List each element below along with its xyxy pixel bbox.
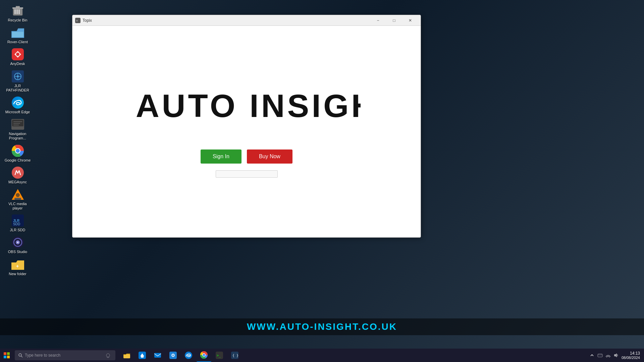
svg-rect-25 [14, 198, 21, 200]
rover-client-label: Rover-Client [7, 40, 28, 44]
obs-studio-label: OBS Studio [8, 250, 27, 254]
window-title-area: T Topix [75, 18, 92, 23]
svg-rect-40 [4, 356, 6, 358]
window-controls: − □ ✕ [370, 16, 418, 25]
desktop-icon-megasync[interactable]: MEGAsync [3, 165, 33, 186]
window-titlebar: T Topix − □ ✕ [72, 15, 421, 26]
svg-rect-63 [601, 355, 602, 355]
taskbar: >_ { } 14:13 08 [0, 349, 644, 362]
clock-time: 14:13 [622, 351, 640, 356]
topix-window: T Topix − □ ✕ AUTO INSIGHT Sign In Buy N… [72, 15, 421, 238]
svg-text:>_: >_ [217, 354, 221, 358]
taskbar-app-edge[interactable] [181, 349, 196, 362]
svg-rect-60 [598, 354, 602, 357]
svg-point-51 [172, 355, 174, 356]
app-input-bar[interactable] [216, 170, 278, 178]
keyboard-icon [597, 353, 603, 358]
taskbar-right: 14:13 08/08/2024 [585, 351, 644, 360]
vlc-label: VLC media player [4, 202, 32, 210]
svg-point-33 [17, 242, 18, 243]
website-banner: WWW.AUTO-INSIGHT.CO.UK [0, 318, 644, 335]
svg-rect-2 [16, 9, 18, 14]
desktop-icon-jlr-pathfinder[interactable]: JLR PATHFINDER [3, 68, 33, 94]
window-title-text: Topix [83, 18, 92, 23]
svg-rect-38 [4, 352, 6, 355]
svg-text:T: T [76, 19, 78, 22]
app-buttons: Sign In Buy Now [201, 149, 292, 164]
svg-rect-1 [14, 9, 16, 14]
google-chrome-label: Google Chrome [5, 158, 31, 163]
desktop-icons: Recycle Bin Rover-Client AnyDesk [0, 0, 35, 349]
desktop: Recycle Bin Rover-Client AnyDesk [0, 0, 644, 349]
desktop-icon-vlc[interactable]: VLC media player [3, 186, 33, 212]
taskbar-app-chrome[interactable] [197, 349, 211, 362]
app-logo: AUTO INSIGHT [132, 85, 361, 129]
svg-rect-48 [154, 353, 161, 358]
desktop-icon-jlr-sdd[interactable]: JLR SDD JLR SDD [3, 213, 33, 234]
svg-rect-62 [600, 355, 600, 355]
svg-line-43 [21, 356, 22, 357]
buynow-button[interactable]: Buy Now [247, 149, 292, 164]
minimize-button[interactable]: − [370, 16, 386, 25]
svg-marker-64 [614, 353, 617, 357]
navigation-program-label: Navigation Program... [4, 132, 32, 140]
search-icon [18, 353, 23, 358]
jlr-pathfinder-label: JLR PATHFINDER [4, 84, 32, 93]
desktop-icon-google-chrome[interactable]: Google Chrome [3, 143, 33, 164]
megasync-label: MEGAsync [8, 180, 27, 184]
svg-rect-16 [12, 120, 23, 126]
desktop-icon-microsoft-edge[interactable]: Microsoft Edge [3, 95, 33, 116]
svg-point-26 [16, 193, 20, 197]
taskbar-app-script[interactable]: { } [227, 349, 242, 362]
website-url: WWW.AUTO-INSIGHT.CO.UK [247, 321, 397, 332]
desktop-icon-navigation-program[interactable]: Navigation Program... [3, 116, 33, 142]
volume-icon [613, 353, 619, 358]
svg-point-13 [17, 75, 19, 77]
window-app-icon: T [75, 18, 80, 23]
desktop-icon-obs-studio[interactable]: OBS Studio [3, 234, 33, 255]
taskbar-app-mail[interactable] [150, 349, 165, 362]
window-content: AUTO INSIGHT Sign In Buy Now [72, 26, 421, 237]
system-tray-chevron[interactable] [589, 353, 595, 358]
svg-rect-3 [18, 9, 20, 14]
svg-point-22 [16, 149, 20, 153]
clock-date: 08/08/2024 [622, 356, 640, 360]
svg-rect-61 [598, 355, 599, 355]
svg-text:SDD: SDD [13, 222, 20, 226]
svg-text:AUTO INSIGHT: AUTO INSIGHT [136, 87, 361, 122]
svg-rect-39 [7, 352, 10, 355]
taskbar-app-store[interactable] [135, 349, 150, 362]
svg-point-8 [16, 53, 19, 56]
taskbar-clock[interactable]: 14:13 08/08/2024 [622, 351, 640, 360]
taskbar-app-file-explorer[interactable] [119, 349, 134, 362]
svg-text:{ }: { } [232, 354, 238, 357]
desktop-icon-rover-client[interactable]: Rover-Client [3, 24, 33, 46]
svg-point-42 [19, 354, 21, 356]
anydesk-label: AnyDesk [10, 62, 25, 66]
taskbar-apps: >_ { } [119, 349, 242, 362]
svg-rect-5 [16, 6, 20, 7]
close-button[interactable]: ✕ [402, 16, 418, 25]
svg-point-44 [106, 354, 110, 357]
svg-rect-4 [12, 7, 23, 9]
svg-text:+: + [16, 263, 19, 269]
desktop-icon-anydesk[interactable]: AnyDesk [3, 46, 33, 67]
search-input[interactable] [25, 353, 102, 358]
taskbar-app-terminal[interactable]: >_ [212, 349, 227, 362]
new-folder-label: New folder [9, 272, 26, 276]
maximize-button[interactable]: □ [386, 16, 402, 25]
desktop-icon-recycle-bin[interactable]: Recycle Bin [3, 3, 33, 24]
svg-rect-47 [141, 356, 144, 358]
start-button[interactable] [0, 349, 13, 362]
cortana-icon [104, 352, 112, 358]
signin-button[interactable]: Sign In [201, 149, 241, 164]
svg-rect-6 [12, 32, 23, 37]
microsoft-edge-label: Microsoft Edge [5, 110, 30, 114]
network-icon [605, 353, 611, 358]
jlr-sdd-label: JLR SDD [10, 228, 25, 232]
desktop-icon-new-folder[interactable]: + New folder [3, 256, 33, 278]
taskbar-app-photos[interactable] [166, 349, 180, 362]
svg-rect-41 [7, 356, 10, 358]
recycle-bin-label: Recycle Bin [8, 18, 27, 22]
taskbar-search-box[interactable] [15, 350, 115, 360]
